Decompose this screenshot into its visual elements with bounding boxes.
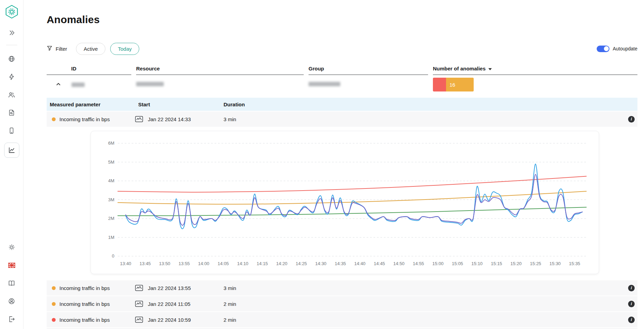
sidebar (0, 0, 23, 329)
table-row[interactable]: Incoming traffic in bps Jan 22 2024 10:5… (47, 312, 637, 327)
severity-dot (52, 286, 56, 290)
svg-text:15:15: 15:15 (491, 261, 502, 266)
anomaly-chart-card: 01M2M3M4M5M6M13:4013:4513:5013:5514:0014… (91, 131, 599, 274)
table-row[interactable]: Incoming traffic in bps Jan 22 2024 14:3… (47, 112, 637, 127)
column-header-group[interactable]: Group (309, 66, 428, 75)
column-header-id[interactable]: ID (47, 66, 131, 75)
collapse-row-button[interactable] (54, 80, 63, 89)
globe-icon[interactable] (7, 54, 16, 63)
svg-text:14:10: 14:10 (237, 261, 248, 266)
svg-text:13:45: 13:45 (140, 261, 151, 266)
info-icon[interactable]: i (628, 116, 635, 123)
sort-caret-down-icon (488, 66, 492, 71)
start-time: Jan 22 2024 14:33 (148, 116, 191, 122)
svg-text:15:25: 15:25 (530, 261, 541, 266)
parameter-label: Incoming traffic in bps (59, 116, 110, 122)
svg-text:15:10: 15:10 (471, 261, 483, 266)
parameter-label: Incoming traffic in bps (59, 301, 110, 307)
anomaly-count-bar[interactable]: 16 (433, 78, 474, 91)
svg-text:14:40: 14:40 (354, 261, 366, 266)
document-search-icon[interactable] (7, 108, 16, 117)
duration-value: 2 min (220, 301, 621, 307)
app-logo-icon[interactable] (4, 4, 19, 19)
logout-icon[interactable] (7, 315, 16, 323)
svg-text:6M: 6M (108, 141, 114, 146)
start-time: Jan 22 2024 11:05 (148, 301, 190, 307)
svg-text:14:05: 14:05 (218, 261, 229, 266)
autoupdate-label: Autoupdate (613, 46, 637, 51)
autoupdate-control: Autoupdate (597, 46, 637, 52)
svg-text:13:55: 13:55 (179, 261, 190, 266)
severity-dot (52, 302, 56, 306)
filter-label: Filter (56, 46, 67, 52)
language-flag-icon[interactable] (7, 261, 16, 270)
redacted-group-value (309, 82, 340, 86)
warning-anomalies-segment: 16 (446, 78, 474, 91)
theme-sun-icon[interactable] (7, 243, 16, 252)
table-row[interactable]: Incoming traffic in bps Jan 22 2024 13:5… (47, 280, 637, 296)
svg-text:1M: 1M (108, 235, 114, 240)
anomalies-header-label: Number of anomalies (433, 66, 486, 71)
chart-preview-icon[interactable] (135, 301, 143, 307)
svg-text:14:50: 14:50 (393, 261, 405, 266)
svg-text:14:55: 14:55 (413, 261, 424, 266)
duration-value: 2 min (220, 317, 621, 323)
column-header-resource[interactable]: Resource (136, 66, 304, 75)
mobile-icon[interactable] (7, 126, 16, 135)
svg-text:13:50: 13:50 (159, 261, 170, 266)
start-time: Jan 22 2024 10:59 (148, 317, 191, 323)
chart-preview-icon[interactable] (135, 285, 143, 291)
detail-table-header: Measured parameter Start Duration (47, 98, 637, 111)
svg-text:15:00: 15:00 (432, 261, 444, 266)
severity-dot (52, 117, 56, 121)
redacted-id-value (72, 83, 85, 87)
chevron-up-icon (56, 81, 61, 88)
today-filter-button[interactable]: Today (110, 43, 139, 55)
users-icon[interactable] (7, 90, 16, 99)
svg-text:2M: 2M (108, 216, 114, 221)
info-icon[interactable]: i (628, 317, 635, 323)
svg-text:0: 0 (112, 253, 114, 259)
svg-text:14:20: 14:20 (276, 261, 287, 266)
svg-text:3M: 3M (108, 197, 114, 202)
info-icon[interactable]: i (628, 285, 635, 291)
anomaly-line-chart[interactable]: 01M2M3M4M5M6M13:4013:4513:5013:5514:0014… (98, 134, 592, 271)
funnel-icon (47, 45, 53, 52)
severity-dot (52, 318, 56, 322)
book-icon[interactable] (7, 279, 16, 288)
anomaly-count: 16 (449, 82, 455, 88)
sidebar-item-anomalies-chart-icon[interactable] (4, 143, 19, 158)
svg-text:14:45: 14:45 (374, 261, 385, 266)
table-row[interactable]: Incoming traffic in bps Jan 22 2024 11:0… (47, 296, 637, 311)
page-title: Anomalies (47, 14, 637, 26)
svg-text:5M: 5M (108, 159, 114, 165)
svg-text:13:40: 13:40 (120, 261, 131, 266)
detail-column-parameter: Measured parameter (47, 101, 135, 107)
column-header-anomalies[interactable]: Number of anomalies (433, 66, 637, 75)
lightning-icon[interactable] (7, 72, 16, 81)
info-icon[interactable]: i (628, 301, 635, 307)
start-time: Jan 22 2024 13:55 (148, 285, 191, 291)
svg-text:14:00: 14:00 (198, 261, 209, 266)
svg-text:15:05: 15:05 (452, 261, 463, 266)
anomaly-chart-section: 01M2M3M4M5M6M13:4013:4513:5013:5514:0014… (47, 127, 637, 275)
table-header: ID Resource Group Number of anomalies (47, 66, 637, 75)
parameter-label: Incoming traffic in bps (59, 317, 110, 323)
table-row[interactable]: 16 (47, 75, 637, 94)
svg-text:15:20: 15:20 (510, 261, 522, 266)
active-filter-button[interactable]: Active (76, 43, 105, 55)
sidebar-divider (6, 45, 17, 45)
autoupdate-toggle[interactable] (597, 46, 609, 52)
chart-preview-icon[interactable] (135, 116, 143, 122)
svg-text:4M: 4M (108, 178, 114, 183)
sidebar-expand-icon[interactable] (7, 28, 16, 37)
duration-value: 3 min (220, 285, 621, 291)
detail-column-duration: Duration (220, 101, 621, 107)
svg-text:15:30: 15:30 (549, 261, 561, 266)
critical-anomalies-segment (433, 78, 446, 91)
filter-button[interactable]: Filter (47, 45, 67, 52)
account-icon[interactable] (7, 297, 16, 306)
svg-text:15:35: 15:35 (569, 261, 580, 266)
svg-text:14:35: 14:35 (335, 261, 346, 266)
chart-preview-icon[interactable] (135, 317, 143, 323)
